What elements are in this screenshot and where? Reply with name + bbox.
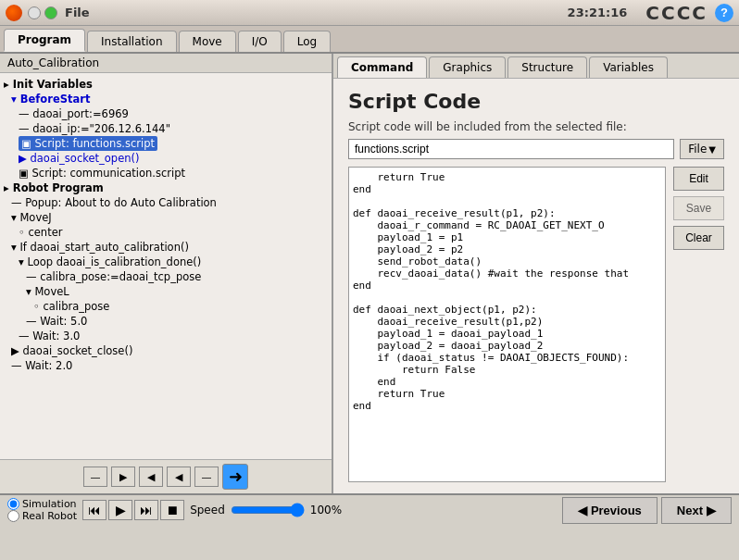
next-label: Next bbox=[677, 504, 703, 517]
main-area: Auto_Calibration ▸ Init Variables ▾ Befo… bbox=[0, 54, 739, 493]
titlebar: File 23:21:16 CCCC ? bbox=[0, 0, 739, 26]
tree-nav-btn[interactable]: ◀ bbox=[167, 467, 191, 487]
tree-leaf-calibra-pose[interactable]: ◦ calibra_pose bbox=[33, 300, 109, 313]
list-item: ▣ Script: communication.script bbox=[19, 166, 328, 180]
tree-nav-btn[interactable]: — bbox=[83, 467, 107, 487]
speed-slider[interactable] bbox=[231, 503, 305, 517]
tree-nav-btn[interactable]: ▶ bbox=[111, 467, 135, 487]
clear-button[interactable]: Clear bbox=[673, 226, 724, 250]
breadcrumb-text: Auto_Calibration bbox=[7, 56, 99, 69]
list-item: ◦ center bbox=[19, 225, 328, 240]
tree-node-if[interactable]: ▾ If daoai_start_auto_calibration() bbox=[11, 241, 189, 254]
speed-percentage: 100% bbox=[310, 504, 342, 516]
tree-nav-btn[interactable]: — bbox=[194, 467, 219, 487]
next-arrow-icon: ▶ bbox=[707, 504, 716, 517]
tree-navigation: — ▶ ◀ ◀ — ➜ bbox=[0, 459, 332, 493]
bottombar: Simulation Real Robot ⏮ ▶ ⏭ ⏹ Speed 100%… bbox=[0, 493, 739, 525]
rewind-button[interactable]: ⏮ bbox=[82, 500, 106, 520]
list-item: ▸ Robot Program bbox=[4, 180, 328, 195]
list-item: — calibra_pose:=daoai_tcp_pose bbox=[26, 269, 328, 284]
file-select-button[interactable]: File ▼ bbox=[680, 139, 724, 159]
script-code-description: Script code will be included from the se… bbox=[348, 120, 724, 133]
tab-io[interactable]: I/O bbox=[238, 31, 282, 52]
simulation-radio[interactable] bbox=[7, 498, 19, 510]
tab-variables[interactable]: Variables bbox=[589, 56, 668, 78]
real-robot-radio-row: Real Robot bbox=[7, 510, 77, 522]
tree-nav-btn[interactable]: ◀ bbox=[139, 467, 163, 487]
tree-leaf-center[interactable]: ◦ center bbox=[19, 226, 62, 239]
app-title: File bbox=[65, 6, 90, 19]
code-area-wrapper: Edit Save Clear bbox=[348, 167, 724, 482]
tree-node-movej[interactable]: ▾ MoveJ bbox=[11, 211, 52, 224]
list-item: ▾ If daoai_start_auto_calibration() bbox=[11, 240, 328, 255]
tab-installation[interactable]: Installation bbox=[87, 31, 176, 52]
tree-node-movel[interactable]: ▾ MoveL bbox=[26, 285, 69, 298]
tab-move[interactable]: Move bbox=[179, 31, 236, 52]
list-item: ▾ Loop daoai_is_calibration_done() bbox=[19, 255, 328, 269]
tab-structure[interactable]: Structure bbox=[507, 56, 587, 78]
file-name-input[interactable] bbox=[348, 139, 674, 159]
list-item: ▶ daoai_socket_close() bbox=[11, 343, 328, 358]
status-cccc: CCCC bbox=[645, 2, 708, 24]
max-btn[interactable] bbox=[44, 6, 57, 19]
clock: 23:21:16 bbox=[568, 6, 628, 19]
edit-button[interactable]: Edit bbox=[673, 167, 724, 191]
list-item: ▾ BeforeStart bbox=[11, 92, 328, 106]
tree-leaf-calibra[interactable]: — calibra_pose:=daoai_tcp_pose bbox=[26, 270, 201, 283]
tree-action-btn[interactable]: ➜ bbox=[222, 464, 248, 490]
tree-node-loop[interactable]: ▾ Loop daoai_is_calibration_done() bbox=[19, 255, 201, 268]
save-button[interactable]: Save bbox=[673, 196, 724, 220]
script-code-panel: Script Code Script code will be included… bbox=[333, 79, 739, 493]
chevron-down-icon: ▼ bbox=[708, 144, 716, 155]
simulation-mode-selector: Simulation Real Robot bbox=[7, 498, 77, 522]
simulation-label: Simulation bbox=[22, 498, 77, 510]
tree-leaf-popup[interactable]: — Popup: About to do Auto Calibration bbox=[11, 196, 217, 209]
fastforward-button[interactable]: ⏭ bbox=[134, 500, 158, 520]
tree-leaf-script-comm[interactable]: ▣ Script: communication.script bbox=[19, 167, 185, 180]
nav-buttons: ◀ Previous Next ▶ bbox=[562, 497, 732, 524]
list-item: ▸ Init Variables bbox=[4, 77, 328, 92]
tree-leaf-wait5[interactable]: — Wait: 5.0 bbox=[26, 315, 87, 328]
previous-button[interactable]: ◀ Previous bbox=[562, 497, 658, 524]
right-tabbar: Command Graphics Structure Variables bbox=[333, 54, 739, 79]
stop-button[interactable]: ⏹ bbox=[160, 500, 184, 520]
tree-leaf-socket-open[interactable]: ▶ daoai_socket_open() bbox=[19, 152, 139, 165]
next-button[interactable]: Next ▶ bbox=[661, 497, 732, 524]
tree-leaf-socket-close[interactable]: ▶ daoai_socket_close() bbox=[11, 344, 132, 357]
prev-arrow-icon: ◀ bbox=[578, 504, 587, 517]
tree-node-robot-program[interactable]: ▸ Robot Program bbox=[4, 181, 104, 194]
tree-leaf[interactable]: — daoai_ip:="206.12.6.144" bbox=[19, 122, 170, 135]
tab-log[interactable]: Log bbox=[283, 31, 331, 52]
play-button[interactable]: ▶ bbox=[108, 500, 132, 520]
list-item: — Wait: 2.0 bbox=[11, 358, 328, 373]
tree-leaf-script-functions[interactable]: ▣ Script: functions.script bbox=[19, 136, 157, 151]
tree-leaf-wait3[interactable]: — Wait: 3.0 bbox=[19, 330, 80, 342]
play-controls: ⏮ ▶ ⏭ ⏹ bbox=[82, 500, 184, 520]
tab-graphics[interactable]: Graphics bbox=[429, 56, 506, 78]
tree-leaf[interactable]: — daoai_port:=6969 bbox=[19, 107, 129, 120]
list-item: — daoai_ip:="206.12.6.144" bbox=[19, 121, 328, 136]
tree-node-beforestart[interactable]: ▾ BeforeStart bbox=[11, 93, 90, 106]
app-logo bbox=[6, 5, 22, 21]
real-robot-radio[interactable] bbox=[7, 510, 19, 522]
list-item: ▶ daoai_socket_open() bbox=[19, 151, 328, 166]
list-item: ◦ calibra_pose bbox=[33, 299, 328, 314]
tree-node-init-variables[interactable]: ▸ Init Variables bbox=[4, 78, 93, 91]
tab-command[interactable]: Command bbox=[337, 56, 427, 78]
tree-leaf-wait2[interactable]: — Wait: 2.0 bbox=[11, 359, 72, 372]
right-panel: Command Graphics Structure Variables Scr… bbox=[333, 54, 739, 493]
list-item: ▾ MoveJ bbox=[11, 210, 328, 225]
code-editor[interactable] bbox=[348, 167, 666, 482]
main-tabbar: Program Installation Move I/O Log bbox=[0, 26, 739, 54]
tab-program[interactable]: Program bbox=[4, 29, 85, 52]
list-item: ▾ MoveL bbox=[26, 284, 328, 299]
help-button[interactable]: ? bbox=[715, 4, 733, 22]
program-tree: ▸ Init Variables ▾ BeforeStart — daoai_p… bbox=[0, 73, 332, 459]
file-selection-row: File ▼ bbox=[348, 139, 724, 159]
file-btn-label: File bbox=[688, 143, 707, 156]
list-item: — Wait: 3.0 bbox=[19, 329, 328, 343]
simulation-radio-row: Simulation bbox=[7, 498, 77, 510]
close-btn[interactable] bbox=[28, 6, 41, 19]
speed-label: Speed bbox=[190, 504, 225, 516]
list-item: — Wait: 5.0 bbox=[26, 314, 328, 329]
